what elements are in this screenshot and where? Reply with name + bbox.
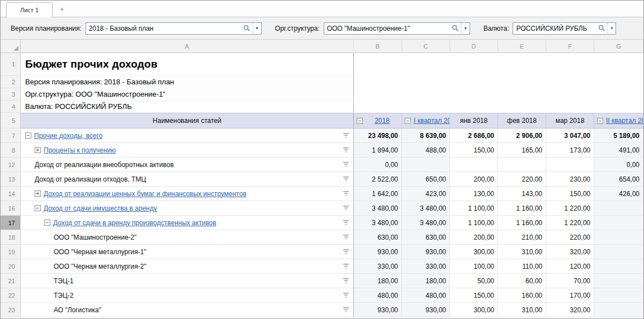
value-cell[interactable]: 1 220,00	[546, 216, 594, 230]
value-cell[interactable]	[546, 158, 594, 172]
value-cell[interactable]: 930,00	[402, 245, 450, 259]
statement-name-cell[interactable]: ООО "Черная металлургия-1"	[21, 245, 354, 259]
value-cell[interactable]: 150,00	[450, 288, 498, 303]
statement-name[interactable]: Проценты к получению	[44, 146, 116, 154]
expand-icon[interactable]: +	[35, 191, 41, 197]
statement-name-cell[interactable]: АО "Логистика"	[21, 303, 354, 317]
row-number[interactable]: 12	[1, 158, 21, 172]
row-number[interactable]: 23	[1, 303, 21, 317]
collapse-icon[interactable]: −	[35, 205, 41, 211]
value-cell[interactable]: 230,00	[546, 172, 594, 187]
value-cell[interactable]: 180,00	[354, 274, 402, 288]
filter-icon[interactable]	[340, 307, 353, 312]
value-cell[interactable]: 480,00	[354, 288, 402, 303]
value-cell[interactable]: 0,00	[594, 158, 643, 172]
dropdown-arrow-icon[interactable]: ▼	[253, 23, 261, 34]
statement-name-cell[interactable]: ООО "Черная металлургия-2"	[21, 259, 354, 274]
row-number[interactable]: 8	[1, 143, 21, 158]
row-number[interactable]: 4	[1, 101, 21, 113]
row-number[interactable]: 5	[1, 113, 21, 128]
value-cell[interactable]: 1 160,00	[498, 201, 546, 216]
filter-icon[interactable]	[340, 191, 353, 196]
dropdown-arrow-icon[interactable]: ▼	[461, 23, 470, 34]
filter-icon[interactable]	[340, 264, 353, 269]
collapse-icon[interactable]: −	[597, 118, 603, 124]
value-cell[interactable]: 173,00	[546, 143, 594, 158]
filter-icon[interactable]	[340, 177, 353, 182]
value-cell[interactable]: 220,00	[546, 230, 594, 245]
value-cell[interactable]: 488,00	[402, 143, 450, 158]
value-cell[interactable]: 160,00	[498, 288, 546, 303]
value-cell[interactable]: 426,00	[594, 187, 643, 201]
value-cell[interactable]: 320,00	[546, 245, 594, 259]
value-cell[interactable]: 320,00	[546, 303, 594, 317]
column-header-F[interactable]: F	[546, 40, 594, 53]
value-cell[interactable]	[594, 245, 643, 259]
value-cell[interactable]: 165,00	[498, 143, 546, 158]
statement-name-cell[interactable]: ТЭЦ-2	[21, 288, 354, 303]
column-header-C[interactable]: C	[402, 40, 450, 53]
row-number[interactable]: 14	[1, 187, 21, 201]
value-cell[interactable]: 8 639,00	[402, 128, 450, 143]
filter-icon[interactable]	[340, 235, 353, 240]
info-cell[interactable]: Орг.структура: ООО "Машиностроение-1"	[21, 88, 354, 101]
period-header-cell[interactable]: фев 2018	[498, 113, 546, 128]
value-cell[interactable]: 1 894,00	[354, 143, 402, 158]
collapse-icon[interactable]: −	[25, 132, 31, 139]
value-cell[interactable]: 170,00	[546, 288, 594, 303]
value-cell[interactable]	[594, 274, 643, 288]
value-cell[interactable]: 110,00	[498, 259, 546, 274]
value-cell[interactable]: 1 160,00	[498, 216, 546, 230]
row-number[interactable]: 19	[1, 245, 21, 259]
value-cell[interactable]: 100,00	[450, 259, 498, 274]
value-cell[interactable]: 200,00	[450, 172, 498, 187]
value-cell[interactable]: 1 642,00	[354, 187, 402, 201]
value-cell[interactable]: 654,00	[594, 172, 643, 187]
value-cell[interactable]: 2 906,00	[498, 128, 546, 143]
value-cell[interactable]: 1 100,00	[450, 216, 498, 230]
value-cell[interactable]: 150,00	[546, 187, 594, 201]
value-cell[interactable]: 220,00	[498, 172, 546, 187]
value-cell[interactable]: 330,00	[354, 259, 402, 274]
period-header-label[interactable]: II квартал 2018	[606, 117, 643, 125]
search-icon[interactable]	[450, 25, 461, 32]
filter-icon[interactable]	[340, 293, 353, 298]
value-cell[interactable]: 480,00	[402, 288, 450, 303]
value-cell[interactable]: 180,00	[402, 274, 450, 288]
column-header-A[interactable]: A	[21, 40, 354, 53]
value-cell[interactable]: 5 189,00	[594, 128, 643, 143]
period-header-cell[interactable]: −I квартал 2018	[402, 113, 450, 128]
value-cell[interactable]	[402, 158, 450, 172]
row-number[interactable]: 16	[1, 201, 21, 216]
value-cell[interactable]: 3 480,00	[402, 216, 450, 230]
value-cell[interactable]: 60,00	[498, 274, 546, 288]
statement-name-cell[interactable]: +Доход от реализации ценных бумаг и фина…	[21, 187, 354, 201]
row-number[interactable]: 21	[1, 274, 21, 288]
dropdown-arrow-icon[interactable]: ▼	[607, 23, 615, 34]
value-cell[interactable]: 330,00	[402, 259, 450, 274]
row-number[interactable]: 20	[1, 259, 21, 274]
filter-icon[interactable]	[340, 147, 353, 153]
currency-field[interactable]: РОССИЙСКИЙ РУБЛЬ▼	[513, 22, 616, 35]
value-cell[interactable]: 930,00	[354, 245, 402, 259]
period-header-label[interactable]: I квартал 2018	[414, 117, 450, 125]
search-icon[interactable]	[242, 25, 253, 32]
statement-name[interactable]: Доход от реализации ценных бумаг и финан…	[44, 190, 247, 198]
value-cell[interactable]	[594, 259, 643, 274]
statement-name[interactable]: Доход от сдачи имущества в аренду	[44, 204, 157, 212]
filter-icon[interactable]	[340, 133, 353, 138]
add-sheet-button[interactable]: +	[53, 2, 72, 17]
statement-name-cell[interactable]: Доход от реализации отходов, ТМЦ	[21, 172, 354, 187]
column-header-B[interactable]: B	[354, 40, 402, 53]
column-header-E[interactable]: E	[498, 40, 546, 53]
row-number[interactable]: 22	[1, 288, 21, 303]
info-cell[interactable]: Версия планирования: 2018 - Базовый план	[21, 76, 354, 88]
value-cell[interactable]	[594, 230, 643, 245]
value-cell[interactable]: 1 100,00	[450, 201, 498, 216]
row-number[interactable]: 7	[1, 128, 21, 143]
value-cell[interactable]	[594, 288, 643, 303]
value-cell[interactable]: 3 047,00	[546, 128, 594, 143]
value-cell[interactable]: 0,00	[354, 158, 402, 172]
value-cell[interactable]: 930,00	[402, 303, 450, 317]
statement-name-cell[interactable]: −Прочие доходы, всего	[21, 128, 354, 143]
